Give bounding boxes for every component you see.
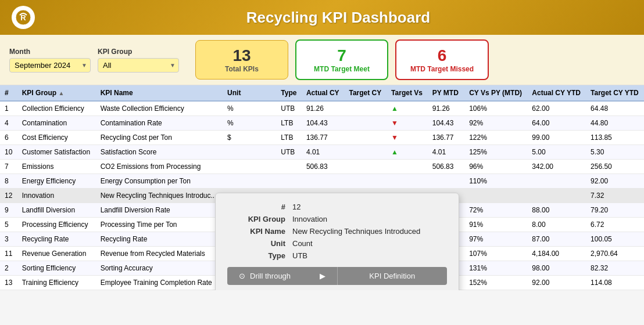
col-kpi-group: KPI Group ▲ (17, 85, 96, 101)
cell-actual-ytd: 4,184.00 (527, 247, 586, 261)
tooltip-name-label: KPI Name (227, 227, 285, 236)
cell-group: Emissions (17, 160, 96, 174)
tooltip-name-value: New Recycling Techniques Introduced (292, 227, 420, 236)
month-label: Month (9, 48, 91, 56)
cell-num: 10 (0, 145, 17, 160)
cell-group: Collection Efficiency (17, 101, 96, 116)
cell-py-mtd: 104.43 (428, 116, 464, 131)
cell-cy-vs-py: 72% (464, 203, 527, 218)
cell-group: Cost Efficiency (17, 131, 96, 145)
cell-actual-ytd (527, 189, 586, 203)
cell-cy-vs-py: 122% (464, 131, 527, 145)
cell-group: Processing Efficiency (17, 218, 96, 232)
table-header-row: # KPI Group ▲ KPI Name Unit Type Actual … (0, 85, 644, 101)
cell-target-ytd: 79.20 (586, 203, 644, 218)
cell-cy-vs-py: 152% (464, 276, 527, 290)
table-row[interactable]: 10 Customer Satisfaction Satisfaction Sc… (0, 145, 644, 160)
cell-target (344, 160, 387, 174)
cell-group: Sorting Efficiency (17, 261, 96, 276)
table-row[interactable]: 8 Energy Efficiency Energy Consumption p… (0, 174, 644, 189)
cell-num: 6 (0, 131, 17, 145)
drill-icon: ⊙ (239, 272, 245, 280)
mtd-met-label: MTD Target Meet (314, 65, 370, 73)
kpi-definition-button[interactable]: KPI Definition (337, 267, 448, 285)
cell-target-ytd: 5.30 (586, 145, 644, 160)
cell-py-mtd (428, 174, 464, 189)
sort-arrow-group[interactable]: ▲ (58, 90, 64, 96)
cell-cy-vs-py: 107% (464, 247, 527, 261)
cell-name: Waste Collection Efficiency (96, 101, 223, 116)
cell-actual-ytd: 62.00 (527, 101, 586, 116)
cell-name: New Recycling Techniques Introduc... (96, 189, 223, 203)
cell-actual (302, 174, 345, 189)
cell-actual: 506.83 (302, 160, 345, 174)
kpi-group-select[interactable]: All (98, 58, 179, 73)
cell-target-ytd: 92.00 (586, 174, 644, 189)
col-target-vs: Target Vs (387, 85, 428, 101)
cell-cy-vs-py: 97% (464, 232, 527, 247)
cell-target-ytd: 2,970.64 (586, 247, 644, 261)
cell-num: 9 (0, 203, 17, 218)
cell-actual-ytd: 98.00 (527, 261, 586, 276)
mtd-missed-card: 6 MTD Target Missed (395, 39, 489, 80)
drill-through-button[interactable]: ⊙ Drill through ▶ (227, 267, 337, 285)
col-py-mtd: PY MTD (428, 85, 464, 101)
arrow-down-icon: ▼ (391, 119, 398, 127)
cell-num: 13 (0, 276, 17, 290)
cell-num: 3 (0, 232, 17, 247)
kpi-group-filter-group: KPI Group All (98, 48, 179, 73)
col-target-ytd: Target CY YTD (586, 85, 644, 101)
cell-type: UTB (276, 145, 302, 160)
kpi-table-container: # KPI Group ▲ KPI Name Unit Type Actual … (0, 85, 644, 290)
tooltip-row-name: KPI Name New Recycling Techniques Introd… (227, 227, 447, 236)
tooltip-group-value: Innovation (292, 215, 327, 223)
mtd-missed-number: 6 (438, 46, 447, 65)
tooltip-actions: ⊙ Drill through ▶ KPI Definition (227, 267, 447, 285)
month-filter-group: Month September 2024 (9, 48, 91, 73)
cell-target-vs (387, 174, 428, 189)
cell-actual-ytd: 87.00 (527, 232, 586, 247)
total-kpis-number: 13 (232, 46, 251, 65)
tooltip-type-value: UTB (292, 251, 307, 260)
cell-group: Energy Efficiency (17, 174, 96, 189)
cell-unit: % (223, 101, 276, 116)
kpi-group-select-wrapper[interactable]: All (98, 58, 179, 73)
cell-actual-ytd: 88.00 (527, 203, 586, 218)
tooltip-type-label: Type (227, 251, 285, 260)
month-select[interactable]: September 2024 (9, 58, 91, 73)
cell-unit: $ (223, 131, 276, 145)
cell-py-mtd: 91.26 (428, 101, 464, 116)
kpi-def-label: KPI Definition (369, 272, 415, 280)
cell-type: LTB (276, 131, 302, 145)
table-row[interactable]: 6 Cost Efficiency Recycling Cost per Ton… (0, 131, 644, 145)
table-row[interactable]: 1 Collection Efficiency Waste Collection… (0, 101, 644, 116)
cell-target (344, 101, 387, 116)
cell-unit (223, 174, 276, 189)
tooltip-row-type: Type UTB (227, 251, 447, 260)
cell-actual-ytd: 342.00 (527, 160, 586, 174)
cell-actual: 91.26 (302, 101, 345, 116)
arrow-down-icon: ▼ (391, 133, 398, 142)
month-select-wrapper[interactable]: September 2024 (9, 58, 91, 73)
table-row[interactable]: 4 Contamination Contamination Rate % LTB… (0, 116, 644, 131)
cell-name: Employee Training Completion Rate (96, 276, 223, 290)
cell-name: Energy Consumption per Ton (96, 174, 223, 189)
logo: R (12, 6, 35, 29)
col-num: # (0, 85, 17, 101)
col-actual-cy: Actual CY (302, 85, 345, 101)
tooltip-row-group: KPI Group Innovation (227, 215, 447, 223)
cell-actual: 136.77 (302, 131, 345, 145)
mtd-met-card: 7 MTD Target Meet (295, 39, 388, 80)
cell-py-mtd: 136.77 (428, 131, 464, 145)
cell-target-ytd: 7.32 (586, 189, 644, 203)
col-type: Type (276, 85, 302, 101)
cell-num: 8 (0, 174, 17, 189)
header: R Recycling KPI Dashboard (0, 0, 644, 35)
cell-cy-vs-py: 131% (464, 261, 527, 276)
cell-cy-vs-py (464, 189, 527, 203)
table-row[interactable]: 7 Emissions CO2 Emissions from Processin… (0, 160, 644, 174)
cell-type: LTB (276, 116, 302, 131)
col-unit: Unit (223, 85, 276, 101)
drill-through-label: Drill through (250, 272, 291, 280)
cell-num: 1 (0, 101, 17, 116)
